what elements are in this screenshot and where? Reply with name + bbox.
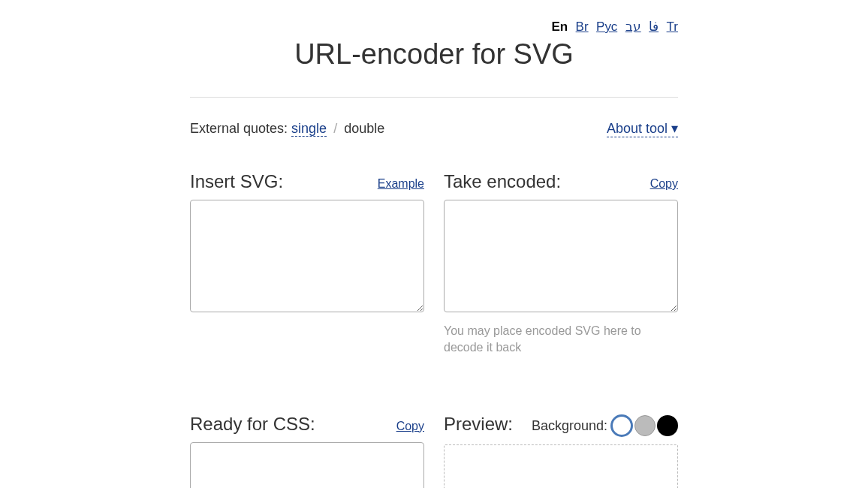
quotes-sep: / (333, 121, 337, 136)
encoded-hint: You may place encoded SVG here to decode… (444, 323, 678, 357)
copy-encoded-link[interactable]: Copy (650, 177, 678, 191)
quotes-label: External quotes: (190, 121, 288, 136)
preview-heading: Preview: (444, 414, 513, 435)
about-tool-toggle[interactable]: About tool ▾ (607, 120, 678, 137)
quotes-single[interactable]: single (291, 121, 327, 137)
bg-swatch-black[interactable] (657, 415, 678, 436)
encoded-textarea[interactable] (444, 200, 678, 312)
css-panel: Ready for CSS: Copy (190, 414, 424, 488)
language-nav: En Br Рус فا עב Tr (190, 19, 678, 35)
lang-br[interactable]: Br (576, 20, 589, 34)
insert-svg-textarea[interactable] (190, 200, 424, 312)
page-title: URL-encoder for SVG (190, 38, 678, 71)
lang-en: En (551, 20, 568, 34)
bg-swatch-white[interactable] (610, 414, 633, 437)
lang-rus[interactable]: Рус (596, 20, 617, 34)
background-controls: Background: (532, 414, 678, 437)
copy-css-link[interactable]: Copy (396, 420, 424, 433)
preview-panel: Preview: Background: (444, 414, 678, 488)
quotes-control: External quotes: single / double (190, 121, 384, 137)
css-heading: Ready for CSS: (190, 414, 315, 435)
lang-tr[interactable]: Tr (667, 20, 678, 34)
lang-l5[interactable]: עב (625, 20, 641, 34)
example-link[interactable]: Example (378, 177, 424, 191)
encoded-panel: Take encoded: Copy You may place encoded… (444, 171, 678, 357)
css-textarea[interactable] (190, 442, 424, 488)
preview-box (444, 444, 678, 488)
divider (190, 97, 678, 98)
encoded-heading: Take encoded: (444, 171, 561, 192)
lang-l4[interactable]: فا (649, 20, 659, 34)
insert-panel: Insert SVG: Example (190, 171, 424, 357)
bg-swatch-silver[interactable] (634, 415, 656, 436)
background-label: Background: (532, 418, 607, 434)
quotes-double[interactable]: double (344, 121, 384, 136)
insert-heading: Insert SVG: (190, 171, 283, 192)
